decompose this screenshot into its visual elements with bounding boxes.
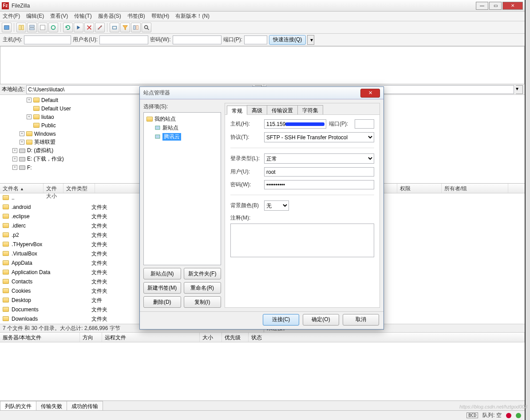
maximize-button[interactable]: ▭ xyxy=(489,2,502,10)
log-panel[interactable] xyxy=(0,46,525,84)
minimize-button[interactable]: — xyxy=(476,2,488,10)
site-manager-icon[interactable] xyxy=(2,23,12,32)
connect-button[interactable]: 连接(C) xyxy=(263,314,299,326)
tree-toggle-icon[interactable] xyxy=(27,123,32,128)
qcol-dir[interactable]: 方向 xyxy=(80,333,102,342)
folder-icon xyxy=(3,316,10,322)
svg-rect-5 xyxy=(40,25,45,30)
file-type: 文件夹 xyxy=(89,305,133,314)
tree-label: liutao xyxy=(41,114,54,120)
drive-icon xyxy=(19,148,26,154)
refresh-icon[interactable] xyxy=(63,23,73,32)
compare-icon[interactable] xyxy=(131,23,141,32)
qc-host-input[interactable] xyxy=(24,35,71,44)
cancel-button[interactable]: 取消 xyxy=(343,314,379,326)
menu-view[interactable]: 查看(V) xyxy=(49,12,69,21)
password-input[interactable] xyxy=(264,180,374,189)
tab-general[interactable]: 常规 xyxy=(227,106,247,115)
reconnect-icon[interactable] xyxy=(110,23,119,32)
cancel-icon[interactable] xyxy=(84,23,94,32)
tree-toggle-icon[interactable]: + xyxy=(12,157,17,161)
copy-button[interactable]: 复制(I) xyxy=(184,296,221,308)
file-name: .android xyxy=(12,204,31,210)
site-root[interactable]: 我的站点 xyxy=(145,114,220,123)
menu-server[interactable]: 服务器(S) xyxy=(97,12,122,21)
tree-toggle-icon[interactable]: + xyxy=(12,148,17,153)
folder-icon xyxy=(3,232,10,239)
queue-body[interactable] xyxy=(0,342,525,400)
filter-icon[interactable] xyxy=(120,23,130,32)
tree-toggle-icon[interactable]: + xyxy=(27,98,32,102)
qc-port-input[interactable] xyxy=(244,35,267,44)
toggle-log-icon[interactable] xyxy=(16,23,26,32)
tree-toggle-icon[interactable]: + xyxy=(20,140,24,145)
tab-transfer[interactable]: 传输设置 xyxy=(267,105,298,114)
col-size[interactable]: 文件大小 xyxy=(44,184,63,193)
remote-path-dropdown[interactable]: ▾ xyxy=(516,85,523,94)
comment-textarea[interactable] xyxy=(230,224,374,257)
local-path-label: 本地站点: xyxy=(2,86,24,93)
dialog-titlebar[interactable]: 站点管理器 ✕ xyxy=(140,87,384,99)
rename-button[interactable]: 重命名(R) xyxy=(184,282,221,294)
tree-toggle-icon[interactable] xyxy=(27,106,32,111)
col-type[interactable]: 文件类型 xyxy=(63,184,95,193)
protocol-select[interactable]: SFTP - SSH File Transfer Protocol xyxy=(264,132,374,142)
logintype-select[interactable]: 正常 xyxy=(264,153,374,164)
tab-advanced[interactable]: 高级 xyxy=(247,105,267,114)
col-name[interactable]: 文件名 xyxy=(3,185,19,192)
queue-tabs: 列队的文件 传输失败 成功的传输 xyxy=(0,400,525,410)
svg-rect-9 xyxy=(113,26,117,29)
menu-edit[interactable]: 编辑(E) xyxy=(25,12,45,21)
port-input[interactable] xyxy=(355,119,374,129)
quickconnect-dropdown[interactable]: ▾ xyxy=(307,35,314,45)
close-button[interactable]: ✕ xyxy=(502,2,523,10)
col-perm[interactable]: 权限 xyxy=(397,184,442,193)
new-site-button[interactable]: 新站点(N) xyxy=(143,268,181,279)
qcol-size[interactable]: 大小 xyxy=(200,333,222,342)
qtab-success[interactable]: 成功的传输 xyxy=(67,401,103,410)
ok-button[interactable]: 确定(O) xyxy=(303,314,339,326)
menu-file[interactable]: 文件(F) xyxy=(2,12,21,21)
tree-toggle-icon[interactable]: + xyxy=(27,114,32,119)
svg-rect-1 xyxy=(19,25,21,30)
svg-rect-14 xyxy=(155,135,160,138)
quickconnect-button[interactable]: 快速连接(Q) xyxy=(269,35,306,45)
search-icon[interactable] xyxy=(142,23,151,32)
site-new[interactable]: 新站点 xyxy=(145,123,220,132)
toggle-tree-icon[interactable] xyxy=(27,23,37,32)
tree-toggle-icon[interactable]: + xyxy=(12,165,17,170)
qcol-local[interactable]: 服务器/本地文件 xyxy=(0,333,80,342)
new-folder-button[interactable]: 新文件夹(F) xyxy=(184,268,221,279)
user-input[interactable] xyxy=(264,167,374,177)
dialog-footer: 连接(C) 确定(O) 取消 xyxy=(140,311,384,327)
folder-icon xyxy=(3,270,10,276)
col-owner[interactable]: 所有者/组 xyxy=(442,184,508,193)
qc-pass-input[interactable] xyxy=(173,35,221,44)
qcol-status[interactable]: 状态 xyxy=(249,333,525,342)
menu-transfer[interactable]: 传输(T) xyxy=(73,12,92,21)
new-bookmark-button[interactable]: 新建书签(M) xyxy=(143,282,181,294)
delete-button[interactable]: 删除(D) xyxy=(143,296,181,308)
menu-bookmarks[interactable]: 书签(B) xyxy=(127,12,146,21)
qtab-queued[interactable]: 列队的文件 xyxy=(0,401,36,410)
qtab-failed[interactable]: 传输失败 xyxy=(36,401,67,410)
password-label: 密码(W): xyxy=(230,181,261,188)
disconnect-icon[interactable] xyxy=(95,23,105,32)
sync-icon[interactable] xyxy=(48,23,58,32)
menu-update[interactable]: 有新版本！(N) xyxy=(174,12,210,21)
qcol-remote[interactable]: 远程文件 xyxy=(102,333,200,342)
dialog-close-button[interactable]: ✕ xyxy=(360,89,380,98)
tab-charset[interactable]: 字符集 xyxy=(297,105,323,114)
menu-help[interactable]: 帮助(H) xyxy=(150,12,170,21)
site-tree[interactable]: 我的站点 新站点 腾讯云 xyxy=(143,112,221,265)
qc-user-input[interactable] xyxy=(99,35,148,44)
qcol-prio[interactable]: 优先级 xyxy=(222,333,249,342)
tree-toggle-icon[interactable]: + xyxy=(20,131,24,136)
bgcolor-select[interactable]: 无 xyxy=(264,200,289,211)
process-queue-icon[interactable] xyxy=(74,23,83,32)
sort-arrow-icon: ▲ xyxy=(20,187,24,191)
toggle-queue-icon[interactable] xyxy=(38,23,47,32)
site-tencent[interactable]: 腾讯云 xyxy=(145,132,220,141)
folder-icon xyxy=(33,106,40,112)
file-name: .eclipse xyxy=(12,213,30,220)
